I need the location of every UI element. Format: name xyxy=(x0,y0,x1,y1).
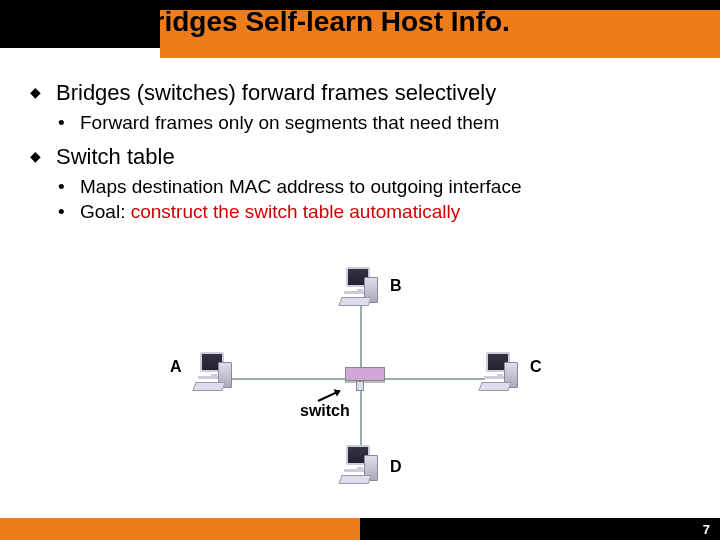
page-number: 7 xyxy=(703,522,710,537)
subbullet-goal: Goal: construct the switch table automat… xyxy=(58,201,690,223)
wire-a-to-switch xyxy=(230,378,345,380)
goal-red-text: construct the switch table automatically xyxy=(131,201,461,222)
computer-d-icon xyxy=(340,445,382,487)
wire-b-to-switch xyxy=(360,302,362,367)
wire-c-to-switch xyxy=(385,378,485,380)
label-b: B xyxy=(390,277,402,295)
subbullet-forward-segments: Forward frames only on segments that nee… xyxy=(58,112,690,134)
bullet-bridges-forward: Bridges (switches) forward frames select… xyxy=(30,80,690,106)
arrow-to-switch-icon xyxy=(318,390,341,402)
computer-c-icon xyxy=(480,352,522,394)
switch-icon xyxy=(345,367,385,381)
footer-orange-bar xyxy=(0,518,360,540)
label-a: A xyxy=(170,358,182,376)
bullet-switch-table: Switch table xyxy=(30,144,690,170)
computer-b-icon xyxy=(340,267,382,309)
label-d: D xyxy=(390,458,402,476)
network-diagram: switch B A C D xyxy=(150,270,570,500)
label-switch: switch xyxy=(300,402,350,420)
subbullet-maps-mac: Maps destination MAC address to outgoing… xyxy=(58,176,690,198)
switch-port-icon xyxy=(356,381,364,391)
goal-prefix: Goal: xyxy=(80,201,131,222)
computer-a-icon xyxy=(194,352,236,394)
slide-title: Ethernet Bridges Self-learn Host Info. xyxy=(12,6,712,38)
wire-d-to-switch xyxy=(360,388,362,448)
content-area: Bridges (switches) forward frames select… xyxy=(30,70,690,226)
label-c: C xyxy=(530,358,542,376)
footer-black-bar xyxy=(360,518,720,540)
